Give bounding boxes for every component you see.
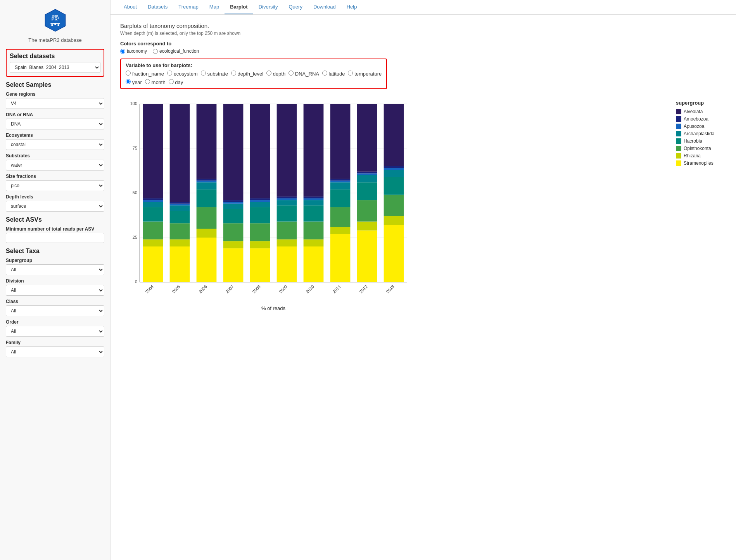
- legend-item: Opisthokonta: [676, 146, 726, 151]
- nav-datasets[interactable]: Datasets: [142, 0, 173, 14]
- svg-point-4: [51, 24, 53, 26]
- svg-point-5: [54, 23, 56, 25]
- logo-area: meta PR² The metaPR2 database: [6, 4, 104, 49]
- legend-item: Amoebozoa: [676, 116, 726, 122]
- order-select[interactable]: All: [6, 326, 104, 337]
- var-day[interactable]: day: [169, 79, 183, 85]
- gene-regions-label: Gene regions: [6, 91, 104, 97]
- supergroup-label: Supergroup: [6, 258, 104, 263]
- main-panel: About Datasets Treemap Map Barplot Diver…: [111, 0, 736, 560]
- min-reads-label: Minimum number of total reads per ASV: [6, 226, 104, 232]
- nav-download[interactable]: Download: [308, 0, 341, 14]
- nav-help[interactable]: Help: [341, 0, 363, 14]
- dna-rna-select[interactable]: DNA: [6, 119, 104, 129]
- legend-label: Apusozoa: [684, 124, 704, 129]
- depth-levels-label: Depth levels: [6, 194, 104, 200]
- variable-box-title: Variable to use for barplots:: [126, 62, 382, 68]
- color-ecological-label: ecological_function: [159, 48, 199, 54]
- dna-rna-label: DNA or RNA: [6, 112, 104, 117]
- depth-levels-select[interactable]: surface: [6, 201, 104, 212]
- class-label: Class: [6, 299, 104, 304]
- ecosystems-label: Ecosystems: [6, 133, 104, 138]
- legend-label: Archaeplastida: [684, 131, 714, 136]
- family-select[interactable]: All: [6, 346, 104, 357]
- select-datasets-title: Select datasets: [10, 53, 100, 60]
- var-fraction-name[interactable]: fraction_name: [126, 71, 164, 77]
- colors-radio-group: taxonomy ecological_function: [120, 48, 726, 54]
- supergroup-select[interactable]: All: [6, 264, 104, 275]
- variable-box: Variable to use for barplots: fraction_n…: [120, 59, 387, 89]
- var-dna-rna[interactable]: DNA_RNA: [289, 71, 319, 77]
- nav-about[interactable]: About: [118, 0, 142, 14]
- chart-container: supergroup AlveolataAmoebozoaApusozoaArc…: [120, 96, 726, 314]
- legend-title: supergroup: [676, 100, 726, 106]
- min-reads-input[interactable]: 1000: [6, 233, 104, 243]
- var-year[interactable]: year: [126, 79, 142, 85]
- color-taxonomy-option[interactable]: taxonomy: [120, 48, 147, 54]
- substrates-select[interactable]: water: [6, 160, 104, 171]
- class-select[interactable]: All: [6, 305, 104, 316]
- svg-text:PR²: PR²: [51, 17, 59, 21]
- colors-label: Colors correspond to: [120, 41, 726, 47]
- legend-swatch: [676, 138, 681, 144]
- legend-label: Opisthokonta: [684, 146, 711, 151]
- nav-diversity[interactable]: Diversity: [253, 0, 283, 14]
- nav-map[interactable]: Map: [204, 0, 225, 14]
- legend-swatch: [676, 116, 681, 122]
- logo-title: The metaPR2 database: [6, 37, 104, 43]
- color-ecological-option[interactable]: ecological_function: [153, 48, 199, 54]
- legend-label: Hacrobia: [684, 138, 702, 144]
- variable-row1: fraction_name ecosystem substrate depth_…: [126, 71, 382, 77]
- nav-barplot[interactable]: Barplot: [225, 0, 253, 14]
- color-ecological-radio[interactable]: [153, 49, 158, 54]
- division-label: Division: [6, 278, 104, 284]
- nav-bar: About Datasets Treemap Map Barplot Diver…: [111, 0, 736, 15]
- legend-swatch: [676, 160, 681, 166]
- dataset-select[interactable]: Spain_Blanes_2004_2013: [10, 62, 100, 73]
- legend-label: Stramenopiles: [684, 160, 714, 166]
- logo-icon: meta PR²: [43, 8, 68, 33]
- legend-item: Alveolata: [676, 109, 726, 114]
- var-depth[interactable]: depth: [266, 71, 285, 77]
- legend-item: Stramenopiles: [676, 160, 726, 166]
- legend-swatch: [676, 146, 681, 151]
- size-fractions-label: Size fractions: [6, 174, 104, 179]
- legend-swatch: [676, 124, 681, 129]
- legend-item: Archaeplastida: [676, 131, 726, 136]
- bar-chart: [120, 96, 415, 313]
- page-subtitle: Barplots of taxonomy composition.: [120, 22, 726, 29]
- legend-label: Alveolata: [684, 109, 703, 114]
- var-month[interactable]: month: [145, 79, 166, 85]
- chart-wrap: [120, 96, 668, 314]
- nav-query[interactable]: Query: [283, 0, 308, 14]
- legend-item: Apusozoa: [676, 124, 726, 129]
- legend-item: Hacrobia: [676, 138, 726, 144]
- var-temperature[interactable]: temperature: [348, 71, 382, 77]
- ecosystems-select[interactable]: coastal: [6, 139, 104, 150]
- nav-treemap[interactable]: Treemap: [173, 0, 204, 14]
- content-area: Barplots of taxonomy composition. When d…: [111, 15, 736, 560]
- select-asvs-title: Select ASVs: [6, 216, 104, 223]
- substrates-label: Substrates: [6, 153, 104, 159]
- legend-label: Amoebozoa: [684, 116, 708, 122]
- legend-swatch: [676, 153, 681, 159]
- gene-regions-select[interactable]: V4: [6, 98, 104, 109]
- color-taxonomy-radio[interactable]: [120, 49, 125, 54]
- svg-point-6: [57, 24, 59, 26]
- legend-items: AlveolataAmoebozoaApusozoaArchaeplastida…: [676, 109, 726, 166]
- var-latitude[interactable]: latitude: [322, 71, 345, 77]
- size-fractions-select[interactable]: pico: [6, 180, 104, 191]
- variable-row2: year month day: [126, 79, 382, 85]
- legend-label: Rhizaria: [684, 153, 701, 159]
- sidebar: meta PR² The metaPR2 database Select dat…: [0, 0, 111, 560]
- select-taxa-title: Select Taxa: [6, 248, 104, 255]
- order-label: Order: [6, 319, 104, 325]
- division-select[interactable]: All: [6, 285, 104, 296]
- legend-item: Rhizaria: [676, 153, 726, 159]
- var-substrate[interactable]: substrate: [201, 71, 228, 77]
- family-label: Family: [6, 340, 104, 345]
- var-depth-level[interactable]: depth_level: [231, 71, 263, 77]
- var-ecosystem[interactable]: ecosystem: [167, 71, 198, 77]
- select-samples-title: Select Samples: [6, 81, 104, 88]
- page-note: When depth (m) is selected, only the top…: [120, 31, 726, 36]
